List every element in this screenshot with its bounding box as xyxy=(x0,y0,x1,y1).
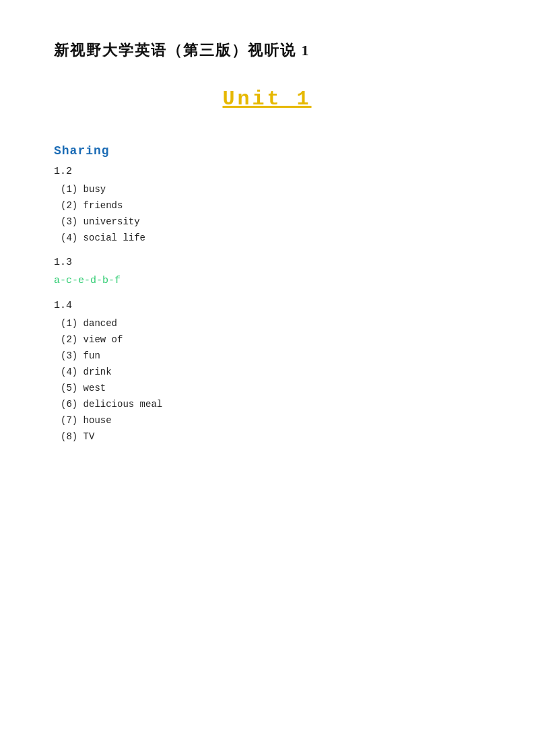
section-1-2-block: 1.2 (1) busy (2) friends (3) university … xyxy=(54,166,480,243)
answer-1-4-1: (1) danced xyxy=(54,318,480,329)
unit-title: Unit 1 xyxy=(54,88,480,111)
answer-1-2-3: (3) university xyxy=(54,216,480,227)
answer-1-4-5: (5) west xyxy=(54,383,480,393)
answer-sequence: a-c-e-d-b-f xyxy=(54,275,480,286)
sharing-section: Sharing 1.2 (1) busy (2) friends (3) uni… xyxy=(54,144,480,442)
section-1-4-number: 1.4 xyxy=(54,300,480,311)
answer-1-4-6: (6) delicious meal xyxy=(54,399,480,410)
sharing-heading: Sharing xyxy=(54,144,480,158)
answer-1-2-1: (1) busy xyxy=(54,184,480,195)
section-1-3-block: 1.3 a-c-e-d-b-f xyxy=(54,257,480,286)
answer-1-4-8: (8) TV xyxy=(54,431,480,442)
section-1-3-number: 1.3 xyxy=(54,257,480,268)
section-1-4-block: 1.4 (1) danced (2) view of (3) fun (4) d… xyxy=(54,300,480,442)
answer-1-2-2: (2) friends xyxy=(54,200,480,211)
answer-1-4-2: (2) view of xyxy=(54,334,480,345)
main-title: 新视野大学英语（第三版）视听说 1 xyxy=(54,40,480,61)
section-1-2-number: 1.2 xyxy=(54,166,480,177)
answer-1-4-3: (3) fun xyxy=(54,350,480,361)
answer-1-4-4: (4) drink xyxy=(54,367,480,377)
answer-1-2-4: (4) social life xyxy=(54,232,480,243)
answer-1-4-7: (7) house xyxy=(54,415,480,426)
